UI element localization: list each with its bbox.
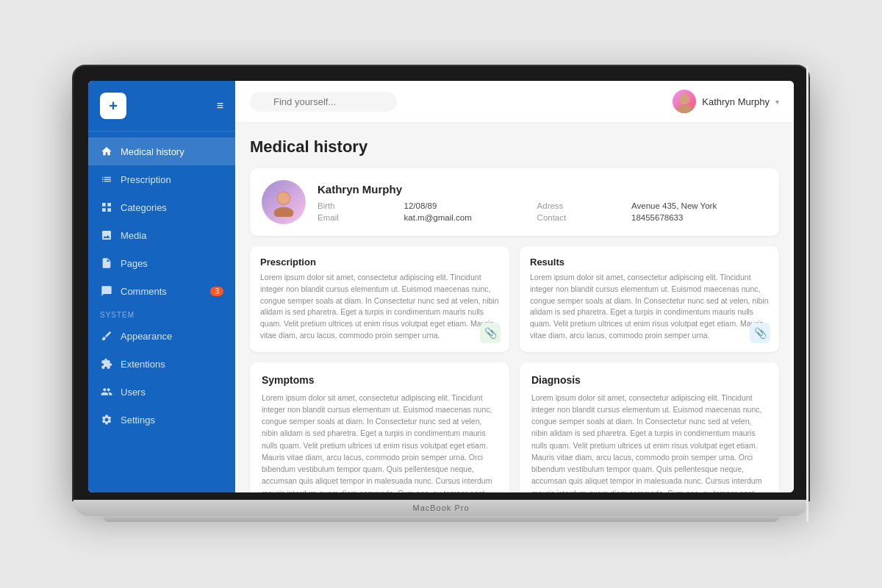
puzzle-icon bbox=[100, 357, 113, 370]
sidebar-item-label: Settings bbox=[121, 415, 155, 426]
sidebar-item-label: Pages bbox=[121, 258, 148, 269]
sidebar-nav: Medical history Prescription Categories bbox=[88, 132, 235, 492]
chevron-down-icon: ▾ bbox=[775, 98, 779, 106]
sidebar-item-settings[interactable]: Settings bbox=[88, 406, 235, 434]
diagnosis-text: Lorem ipsum dolor sit amet, consectetur … bbox=[531, 392, 767, 493]
people-icon bbox=[100, 385, 113, 398]
sidebar-item-media[interactable]: Media bbox=[88, 221, 235, 249]
sidebar-item-comments[interactable]: Comments 3 bbox=[88, 277, 235, 305]
contact-value: 18455678633 bbox=[631, 213, 767, 222]
sidebar-item-categories[interactable]: Categories bbox=[88, 193, 235, 221]
sidebar-item-label: Extentions bbox=[121, 359, 165, 370]
sidebar-item-extentions[interactable]: Extentions bbox=[88, 350, 235, 378]
grid-icon bbox=[100, 201, 113, 214]
patient-details: Birth 12/08/89 Adress Avenue 435, New Yo… bbox=[318, 201, 767, 222]
file-icon bbox=[100, 257, 113, 270]
sidebar-item-label: Users bbox=[121, 387, 146, 398]
sidebar-item-users[interactable]: Users bbox=[88, 378, 235, 406]
sidebar-item-appearance[interactable]: Appearance bbox=[88, 322, 235, 350]
results-card-text: Lorem ipsum dolor sit amet, consectetur … bbox=[530, 272, 769, 342]
svg-point-0 bbox=[679, 94, 689, 104]
svg-point-3 bbox=[274, 207, 294, 217]
info-cards-row: Prescription Lorem ipsum dolor sit amet,… bbox=[250, 246, 779, 352]
email-label: Email bbox=[318, 213, 390, 222]
brush-icon bbox=[100, 329, 113, 343]
sidebar-item-label: Comments bbox=[121, 286, 167, 297]
results-paperclip-icon[interactable]: 📎 bbox=[750, 323, 770, 343]
symptoms-card: Symptoms Lorem ipsum dolor sit amet, con… bbox=[250, 362, 509, 493]
sidebar-item-label: Media bbox=[121, 230, 146, 241]
sidebar-item-label: Appearance bbox=[121, 331, 172, 342]
laptop-container: + ≡ Medical history bbox=[74, 66, 808, 522]
patient-name: Kathryn Murphy bbox=[318, 183, 767, 196]
patient-avatar bbox=[262, 180, 306, 224]
chat-icon bbox=[100, 284, 113, 298]
home-icon bbox=[100, 145, 113, 158]
prescription-card: Prescription Lorem ipsum dolor sit amet,… bbox=[250, 246, 509, 352]
main-content: 🔍 Kathryn Murphy ▾ bbox=[235, 81, 794, 492]
birth-label: Birth bbox=[318, 201, 390, 210]
prescription-card-text: Lorem ipsum dolor sit amet, consectetur … bbox=[260, 272, 499, 342]
system-divider: SYSTEM bbox=[88, 305, 235, 322]
sidebar-item-label: Categories bbox=[121, 202, 167, 213]
sidebar-item-label: Medical history bbox=[121, 146, 184, 157]
sidebar-item-prescription[interactable]: Prescription bbox=[88, 165, 235, 193]
menu-toggle-button[interactable]: ≡ bbox=[217, 99, 223, 112]
sidebar-item-label: Prescription bbox=[121, 174, 171, 185]
laptop-screen: + ≡ Medical history bbox=[74, 66, 808, 500]
svg-point-4 bbox=[278, 193, 290, 204]
user-profile[interactable]: Kathryn Murphy ▾ bbox=[673, 90, 779, 113]
avatar bbox=[673, 90, 696, 113]
gear-icon bbox=[100, 413, 113, 426]
comments-badge: 3 bbox=[210, 287, 223, 296]
page-title: Medical history bbox=[250, 137, 779, 157]
sidebar-logo-area: + ≡ bbox=[88, 81, 235, 132]
user-name: Kathryn Murphy bbox=[702, 96, 770, 107]
contact-label: Contact bbox=[537, 213, 617, 222]
diagnosis-card: Diagnosis Lorem ipsum dolor sit amet, co… bbox=[520, 362, 779, 493]
prescription-card-title: Prescription bbox=[260, 257, 499, 268]
email-value: kat.m@gmail.com bbox=[404, 213, 523, 222]
screen-inner: + ≡ Medical history bbox=[88, 81, 794, 492]
search-wrapper: 🔍 bbox=[250, 92, 397, 112]
birth-value: 12/08/89 bbox=[404, 201, 523, 210]
results-card-title: Results bbox=[530, 257, 769, 268]
prescription-paperclip-icon[interactable]: 📎 bbox=[480, 323, 501, 343]
patient-info: Kathryn Murphy Birth 12/08/89 Adress Ave… bbox=[318, 183, 767, 222]
address-value: Avenue 435, New York bbox=[631, 201, 767, 210]
laptop-foot bbox=[103, 516, 779, 522]
laptop-base: MacBook Pro bbox=[74, 500, 808, 516]
sidebar-item-medical-history[interactable]: Medical history bbox=[88, 137, 235, 165]
search-input[interactable] bbox=[250, 92, 397, 112]
sidebar: + ≡ Medical history bbox=[88, 81, 235, 492]
symptoms-text: Lorem ipsum dolor sit amet, consectetur … bbox=[262, 392, 498, 493]
symptoms-diagnosis-row: Symptoms Lorem ipsum dolor sit amet, con… bbox=[250, 362, 779, 493]
sidebar-item-pages[interactable]: Pages bbox=[88, 249, 235, 277]
page-content: Medical history Kathryn Murphy bbox=[235, 123, 794, 492]
top-bar: 🔍 Kathryn Murphy ▾ bbox=[235, 81, 794, 123]
svg-point-1 bbox=[677, 105, 692, 113]
list-icon bbox=[100, 173, 113, 186]
results-card: Results Lorem ipsum dolor sit amet, cons… bbox=[520, 246, 779, 352]
diagnosis-title: Diagnosis bbox=[531, 374, 767, 386]
logo-icon[interactable]: + bbox=[100, 93, 126, 119]
image-icon bbox=[100, 229, 113, 242]
address-label: Adress bbox=[537, 201, 617, 210]
symptoms-title: Symptoms bbox=[262, 374, 498, 386]
patient-card: Kathryn Murphy Birth 12/08/89 Adress Ave… bbox=[250, 168, 779, 236]
